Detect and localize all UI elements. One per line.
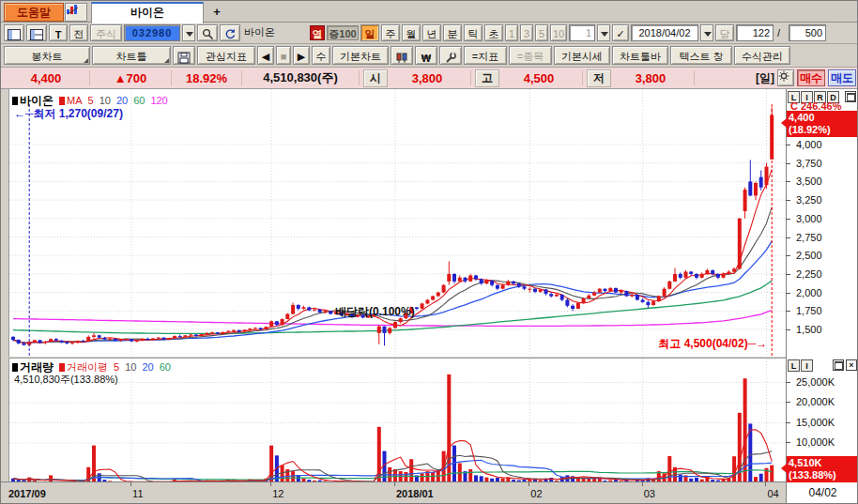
- period-week-button[interactable]: 주: [381, 24, 400, 41]
- stock-code-input[interactable]: 032980: [124, 24, 180, 41]
- price-axis-label: 2,000: [796, 287, 822, 298]
- chart-settings-button[interactable]: [391, 46, 413, 65]
- chart-edit-icon: [66, 4, 86, 15]
- maximize-icon: [847, 93, 855, 101]
- x-axis-tick: [529, 482, 529, 486]
- price-axis-label: 3,500: [796, 176, 822, 187]
- date-input[interactable]: 2018/04/02: [631, 24, 698, 41]
- bar-total-input[interactable]: 500: [789, 24, 826, 41]
- all-button[interactable]: 전: [69, 24, 88, 41]
- price-axis-label: 4,000: [796, 139, 822, 150]
- stock-code-dropdown[interactable]: [182, 24, 195, 41]
- x-axis-tick: [642, 482, 643, 486]
- status-badge-margin: 증100: [327, 25, 359, 40]
- chart-template-combo[interactable]: 차트틀: [92, 46, 171, 65]
- price-chart-panel[interactable]: [8, 89, 786, 357]
- interval-5-button[interactable]: 5: [535, 24, 548, 41]
- layout-left-icon: [8, 29, 21, 40]
- info-cell-0: 4,400: [7, 71, 85, 85]
- x-axis-tick: [130, 482, 131, 486]
- price-axis-tick: [786, 200, 790, 201]
- help-button[interactable]: 도움말: [4, 3, 64, 22]
- search-button[interactable]: [197, 24, 218, 41]
- info-bar-right: [일]매수매도: [756, 69, 858, 86]
- basic-quote-button[interactable]: 기본시세: [554, 46, 610, 65]
- chart-edit-button[interactable]: [65, 3, 87, 22]
- save-button[interactable]: [173, 46, 195, 65]
- new-tab-button[interactable]: +: [207, 4, 226, 21]
- period-tick-button[interactable]: 틱: [464, 24, 483, 41]
- maximize-icon: [835, 361, 843, 370]
- prev-button[interactable]: ◀: [257, 46, 274, 65]
- volume-axis-tick: [786, 422, 790, 423]
- period-year-button[interactable]: 년: [422, 24, 441, 41]
- info-cell-4: 시: [363, 69, 388, 87]
- price-axis-label: 3,000: [796, 213, 822, 224]
- interval-3-button[interactable]: 3: [520, 24, 533, 41]
- volume-panel-button-l[interactable]: L: [788, 359, 800, 372]
- slash-label: /: [775, 27, 787, 38]
- won-button[interactable]: W: [415, 46, 437, 65]
- stock-button[interactable]: 주식: [90, 24, 122, 41]
- confirm-button[interactable]: ✓: [612, 24, 629, 41]
- bar-count-input[interactable]: 122: [736, 24, 774, 41]
- interval-1-button[interactable]: 1: [505, 24, 518, 41]
- sell-button[interactable]: 매도: [828, 69, 856, 86]
- price-panel-maximize-button[interactable]: [845, 91, 856, 102]
- info-cell-8: 저: [587, 69, 611, 87]
- layout-left-button[interactable]: [4, 24, 24, 41]
- price-axis-tick: [786, 274, 790, 275]
- period-sec-button[interactable]: 초: [484, 24, 503, 41]
- item-button[interactable]: =종목: [509, 46, 552, 65]
- price-axis-tick: [786, 293, 790, 294]
- price-axis-label: 2,750: [796, 232, 822, 243]
- x-axis-label: 11: [132, 488, 143, 499]
- volume-axis-label: 25,000K: [796, 376, 835, 388]
- volume-chart-panel[interactable]: [8, 358, 786, 481]
- formula-manager-button[interactable]: 수식관리: [734, 46, 790, 65]
- indicator-button[interactable]: =지표: [464, 46, 507, 65]
- tab-bion[interactable]: 바이온: [91, 2, 204, 23]
- interval-dropdown[interactable]: [597, 24, 610, 41]
- dang-button[interactable]: 당: [715, 24, 734, 41]
- last-volume-marker: 4,510K(133.88%): [787, 456, 858, 482]
- volume-axis-label: 10,000K: [796, 436, 835, 448]
- main-toolbar: T전주식032980바이온열증100일주월년분틱초135101✓2018/04/…: [1, 22, 858, 44]
- last-price-percent: (18.92%): [789, 124, 856, 136]
- info-cell-3: 4,510,830(주): [246, 69, 355, 86]
- refresh-button[interactable]: [220, 24, 240, 41]
- wrench-button[interactable]: [439, 46, 462, 65]
- text-tool-button[interactable]: T: [49, 24, 68, 41]
- x-axis-label: 2017/09: [8, 488, 46, 499]
- period-day-button[interactable]: 일: [360, 24, 379, 41]
- stock-name-label: 바이온: [242, 25, 308, 39]
- stop-button[interactable]: ■: [276, 46, 291, 65]
- layout-grid-button[interactable]: [26, 24, 47, 41]
- candle-chart-combo[interactable]: 봉차트: [4, 46, 90, 65]
- period-month-button[interactable]: 월: [402, 24, 421, 41]
- period-min-button[interactable]: 분: [443, 24, 462, 41]
- next-button[interactable]: ▶: [293, 46, 310, 65]
- date-dropdown[interactable]: [700, 24, 713, 41]
- won-icon: W: [420, 52, 433, 64]
- price-axis-tick: [786, 145, 790, 145]
- favorite-indicator-button[interactable]: 관심지표: [197, 46, 255, 65]
- basic-chart-button[interactable]: 기본차트: [332, 46, 389, 65]
- period-indicator: [일]: [756, 70, 774, 86]
- volume-axis-label: 20,000K: [796, 396, 835, 407]
- volume-panel-close-button[interactable]: ×: [846, 359, 857, 371]
- su-button[interactable]: 수: [312, 46, 330, 65]
- price-axis-label: 1,750: [796, 305, 822, 316]
- buy-button[interactable]: 매수: [797, 69, 825, 86]
- interval-custom-input[interactable]: 1: [569, 24, 595, 41]
- interval-10-button[interactable]: 10: [550, 24, 567, 41]
- x-axis-tick: [765, 482, 766, 486]
- text-window-button[interactable]: 텍스트 창: [670, 46, 732, 65]
- price-axis-label: 1,500: [796, 324, 822, 335]
- volume-panel-button-i[interactable]: I: [801, 359, 813, 372]
- settings-button[interactable]: [777, 69, 794, 86]
- chart-toolbar-button[interactable]: 차트툴바: [612, 46, 668, 65]
- volume-panel-maximize-button[interactable]: [833, 359, 844, 371]
- volume-axis-tick: [786, 402, 790, 403]
- search-icon: [202, 28, 214, 40]
